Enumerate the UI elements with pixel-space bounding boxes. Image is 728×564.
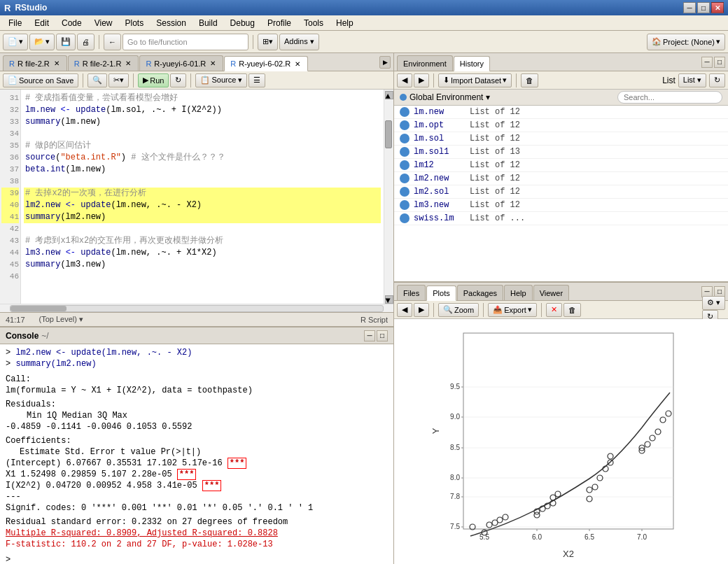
minimize-button[interactable]: ─ [683, 2, 696, 13]
clear-env-btn[interactable]: 🗑 [521, 73, 538, 87]
tab-ryueyi602[interactable]: R R-yueyi-6-02.R ✕ [224, 56, 308, 71]
back-button[interactable]: ← [104, 34, 121, 50]
tab-ryueyi601[interactable]: R R-yueyi-6-01.R ✕ [139, 55, 223, 71]
more-options-button[interactable]: ☰ [248, 73, 265, 87]
plot-options-btn[interactable]: ⚙ ▾ [702, 296, 725, 310]
close-tab-rfile2[interactable]: ✕ [52, 59, 61, 68]
rerun-button[interactable]: ↻ [170, 73, 186, 87]
source-button[interactable]: 📋 Source ▾ [195, 73, 247, 87]
global-env-header: Global Environment ▾ [394, 90, 728, 106]
env-row-lm12[interactable]: lm12 List of 12 [394, 159, 728, 172]
console-minimize-btn[interactable]: ─ [364, 330, 375, 341]
editor-hscrollbar[interactable] [0, 304, 393, 312]
env-row-lm3new[interactable]: lm3.new List of 12 [394, 199, 728, 212]
app-title: RStudio [15, 3, 47, 13]
console-title: Console [6, 331, 38, 341]
menu-item-edit[interactable]: Edit [29, 17, 55, 29]
tab-packages[interactable]: Packages [457, 285, 503, 300]
run-button[interactable]: ▶ Run [138, 73, 169, 87]
env-row-lm2sol[interactable]: lm2.sol List of 12 [394, 185, 728, 199]
env-row-swisslm[interactable]: swiss.lm List of ... [394, 212, 728, 225]
tab-viewer[interactable]: Viewer [533, 285, 569, 300]
open-file-button[interactable]: 📂▾ [29, 34, 55, 50]
export-btn[interactable]: 📤 Export ▾ [488, 303, 537, 317]
scrollbar-thumb[interactable] [385, 120, 392, 148]
delete-plot-btn[interactable]: ✕ [546, 303, 562, 317]
close-tab-rfile21[interactable]: ✕ [124, 59, 132, 68]
clear-plots-btn[interactable]: 🗑 [564, 303, 581, 317]
project-button[interactable]: 🏠 Project: (None)▾ [647, 34, 725, 50]
menu-item-tools[interactable]: Tools [298, 17, 329, 29]
env-row-lmsol[interactable]: lm.sol List of 12 [394, 132, 728, 146]
plots-tab-label: Plots [433, 289, 449, 297]
menu-item-view[interactable]: View [89, 17, 118, 29]
tab-plots[interactable]: Plots [426, 285, 456, 301]
menu-item-profile[interactable]: Profile [262, 17, 297, 29]
code-tools-button[interactable]: ✂▾ [108, 73, 129, 87]
menu-item-file[interactable]: File [3, 17, 27, 29]
plots-back-btn[interactable]: ◀ [397, 303, 412, 317]
menu-item-help[interactable]: Help [330, 17, 359, 29]
files-tab-label: Files [403, 289, 419, 297]
console-rse: Residual standard error: 0.2332 on 27 de… [6, 516, 388, 528]
maximize-button[interactable]: □ [697, 2, 710, 13]
menu-item-session[interactable]: Session [150, 17, 192, 29]
menu-item-build[interactable]: Build [193, 17, 223, 29]
hscrollbar-thumb[interactable] [10, 306, 66, 311]
new-file-button[interactable]: 📄▾ [3, 34, 28, 50]
tab-rfile21[interactable]: R R file-2-1.R ✕ [68, 55, 139, 71]
tab-environment[interactable]: Environment [397, 55, 453, 71]
console-residuals-values: -0.4859 -0.1141 -0.0046 0.1053 0.5592 [6, 421, 388, 432]
search-button[interactable]: 🔍 [88, 73, 107, 87]
svg-text:5.5: 5.5 [479, 533, 489, 541]
zoom-btn[interactable]: 🔍 Zoom [438, 303, 479, 317]
env-sep-2 [516, 73, 517, 87]
menu-item-code[interactable]: Code [56, 17, 88, 29]
env-row-lmnew[interactable]: lm.new List of 12 [394, 106, 728, 119]
tab-rfile2[interactable]: R R file-2.R ✕ [3, 55, 67, 71]
console-content[interactable]: > lm2.new <- update(lm.new, .~. - X2) > … [0, 344, 393, 564]
save-button[interactable]: 💾 [56, 34, 76, 50]
console-maximize-btn[interactable]: □ [377, 330, 388, 341]
env-item-icon-2 [400, 120, 410, 130]
plots-forward-btn[interactable]: ▶ [414, 303, 429, 317]
env-row-lmopt[interactable]: lm.opt List of 12 [394, 119, 728, 132]
grid-button[interactable]: ⊞▾ [258, 34, 278, 50]
tab-help[interactable]: Help [504, 285, 533, 300]
env-search-input[interactable] [617, 91, 722, 104]
open-icon: 📂 [34, 37, 44, 46]
tab-history[interactable]: History [454, 56, 490, 71]
tab-files[interactable]: Files [397, 285, 426, 300]
tab-scroll-btn[interactable]: ▶ [379, 56, 391, 69]
source-icon: 📋 [200, 76, 210, 85]
scroll-down[interactable]: ▼ [385, 295, 393, 304]
source-on-save-button[interactable]: 📄 Source on Save [3, 73, 78, 87]
env-item-icon-3 [400, 134, 410, 143]
env-maximize-btn[interactable]: □ [714, 57, 725, 68]
code-editor[interactable]: 31323334 35363738 39 40 41 4243444546 # … [0, 90, 393, 304]
env-row-lmsol1[interactable]: lm.sol1 List of 13 [394, 146, 728, 159]
env-back-btn[interactable]: ◀ [397, 73, 412, 87]
close-tab-ryueyi602[interactable]: ✕ [293, 59, 302, 68]
menu-item-plots[interactable]: Plots [120, 17, 150, 29]
scroll-up[interactable]: ▲ [385, 91, 393, 99]
project-icon: 🏠 [652, 37, 662, 46]
env-forward-btn[interactable]: ▶ [414, 73, 429, 87]
code-content[interactable]: # 变成指看值变量，尝试看看模型会增好 lm.new <- update(lm.… [21, 90, 384, 304]
file-type-label: R Script [360, 316, 388, 324]
console-cmd-2: > summary(lm2.new) [6, 358, 388, 369]
addins-button[interactable]: Addins ▾ [279, 34, 319, 50]
close-tab-ryueyi601[interactable]: ✕ [209, 59, 217, 68]
close-button[interactable]: ✕ [711, 2, 724, 13]
list-btn[interactable]: List ▾ [678, 73, 706, 87]
goto-file-input[interactable] [122, 34, 248, 50]
svg-text:6.0: 6.0 [532, 533, 542, 541]
print-button[interactable]: 🖨 [77, 34, 94, 50]
editor-scrollbar[interactable]: ▲ ▼ [384, 90, 393, 304]
env-row-lm2new[interactable]: lm2.new List of 12 [394, 172, 728, 185]
menu-item-debug[interactable]: Debug [225, 17, 260, 29]
env-dropdown-arrow[interactable]: ▾ [486, 92, 490, 102]
env-minimize-btn[interactable]: ─ [701, 57, 713, 68]
refresh-btn[interactable]: ↻ [709, 73, 725, 87]
import-dataset-btn[interactable]: ⬇ Import Dataset ▾ [438, 73, 512, 87]
